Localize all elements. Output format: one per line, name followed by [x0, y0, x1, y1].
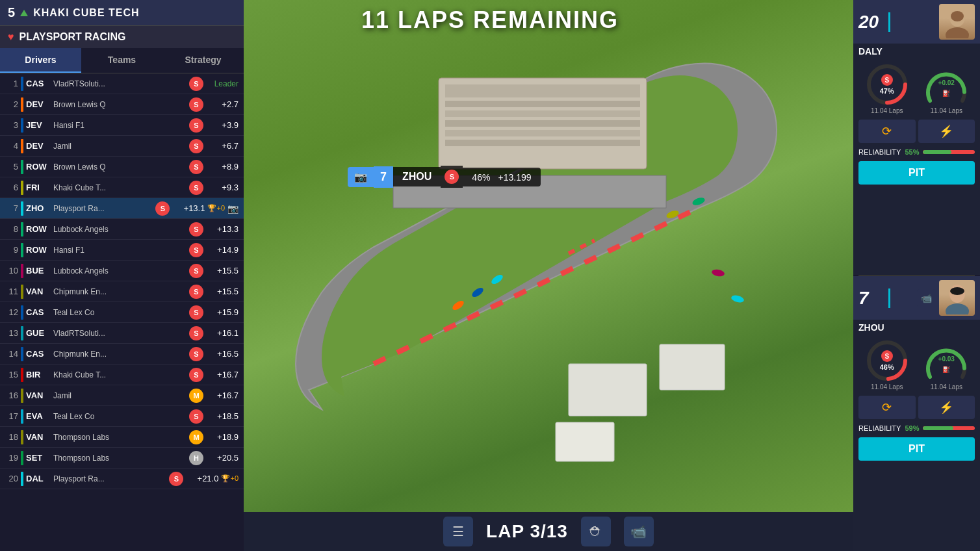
driver1-energy-icon[interactable]: ⚡ [918, 120, 975, 143]
team-name-header: KHAKI CUBE TECH [33, 7, 139, 19]
driver2-card: 7 📹 ZHOU [853, 276, 980, 551]
svg-point-20 [951, 11, 964, 21]
driver-code: ROW [26, 162, 51, 172]
driver2-energy-icon[interactable]: ⚡ [918, 396, 975, 419]
driver1-tyre-laps: 11.04 Laps [871, 107, 903, 114]
team-color-bar [21, 77, 23, 91]
driver-code: CAS [26, 307, 51, 317]
driver1-face [939, 4, 975, 40]
tyre-badge: S [189, 97, 203, 112]
position-number: 8 [5, 224, 18, 234]
table-row[interactable]: 6 FRI Khaki Cube T... S +9.3 [0, 177, 244, 198]
driver1-speed-icon[interactable]: ⟳ [858, 120, 916, 143]
gap-text: Leader [206, 79, 239, 88]
table-row[interactable]: 3 JEV Hansi F1 S +3.9 [0, 115, 244, 136]
table-row[interactable]: 9 ROW Hansi F1 S +14.9 [0, 240, 244, 261]
gap-text: +9.3 [206, 183, 239, 192]
gap-text: +16.1 [206, 328, 239, 338]
driver1-card: 20 DALY [853, 0, 980, 275]
camera-button[interactable]: 📹 [624, 517, 654, 546]
driver1-rel-pct: 55% [905, 148, 919, 156]
driver2-speed-icon[interactable]: ⟳ [858, 396, 916, 419]
table-row[interactable]: 1 CAS VladRTSoluti... S Leader [0, 73, 244, 94]
driver-code: CAS [26, 349, 51, 359]
driver1-fuel-laps: 11.04 Laps [931, 107, 963, 114]
driver-code: ROW [26, 245, 51, 255]
table-row[interactable]: 19 SET Thompson Labs H +20.5 [0, 448, 244, 468]
table-row[interactable]: 17 EVA Teal Lex Co S +18.5 [0, 406, 244, 427]
driver-team: Chipmunk En... [53, 287, 187, 296]
menu-button[interactable]: ☰ [443, 517, 473, 546]
driver-team: Thompson Labs [53, 433, 187, 442]
driver-code: JEV [26, 120, 51, 130]
driver2-pit-button[interactable]: PIT [858, 437, 975, 461]
driver-team: Lubbock Angels [53, 266, 187, 276]
gap-text: +15.5 [206, 287, 239, 296]
team-header: 5 KHAKI CUBE TECH [0, 0, 244, 26]
table-row[interactable]: 11 VAN Chipmunk En... S +15.5 [0, 281, 244, 302]
trophy-badge: 🏆+0 [221, 474, 239, 483]
svg-point-25 [946, 303, 969, 314]
driver2-tyre-laps: 11.04 Laps [871, 383, 903, 391]
table-row[interactable]: 10 BUE Lubbock Angels S +15.5 [0, 261, 244, 281]
playsport-header: ♥ PLAYSPORT RACING [0, 26, 244, 48]
tyre-badge: H [189, 451, 203, 465]
gap-text: +16.5 [206, 349, 239, 359]
driver1-number: 20 [858, 12, 884, 32]
driver-code: VAN [26, 432, 51, 442]
driver2-rel-bar [923, 426, 975, 430]
driver1-controls: ⟳ ⚡ [853, 117, 980, 146]
driver-team: Brown Lewis Q [53, 162, 187, 172]
driver-team: Khaki Cube T... [53, 370, 187, 379]
position-number: 2 [5, 99, 18, 109]
driver-code: DAL [26, 474, 51, 483]
tab-strategy[interactable]: Strategy [162, 48, 244, 73]
table-row[interactable]: 4 DEV Jamil S +6.7 [0, 136, 244, 157]
driver-team: Playsport Ra... [53, 204, 153, 213]
gap-text: +3.9 [206, 120, 239, 130]
table-row[interactable]: 15 BIR Khaki Cube T... S +16.7 [0, 365, 244, 385]
tyre-badge: S [189, 139, 203, 153]
table-row[interactable]: 20 DAL Playsport Ra... S +21.0 🏆+0 [0, 468, 244, 489]
team-color-bar [21, 264, 23, 278]
tab-teams[interactable]: Teams [81, 48, 162, 73]
lap-counter: LAP 3/13 [486, 521, 568, 542]
standings-list: 1 CAS VladRTSoluti... S Leader 2 DEV Bro… [0, 73, 244, 551]
driver1-metrics: S 47% 11.04 Laps ⛽ +0.02 [853, 59, 980, 117]
table-row[interactable]: 16 VAN Jamil M +16.7 [0, 385, 244, 406]
track-background: 📷 7 ZHOU S 46% +13.199 [244, 0, 853, 512]
right-panel: 20 DALY [853, 0, 980, 551]
driver1-pit-button[interactable]: PIT [858, 161, 975, 185]
table-row[interactable]: 7 ZHO Playsport Ra... S +13.1 🏆+0📷 [0, 198, 244, 219]
position-number: 3 [5, 120, 18, 130]
table-row[interactable]: 5 ROW Brown Lewis Q S +8.9 [0, 157, 244, 177]
svg-text:⛽: ⛽ [942, 89, 951, 97]
tab-drivers[interactable]: Drivers [0, 48, 81, 73]
driver-team: Jamil [53, 142, 187, 151]
menu-icon: ☰ [452, 524, 464, 539]
left-panel: 5 KHAKI CUBE TECH ♥ PLAYSPORT RACING Dri… [0, 0, 244, 551]
driver2-reliability: RELIABILITY 59% [853, 422, 980, 435]
trend-up-icon [20, 10, 28, 16]
table-row[interactable]: 13 GUE VladRTSoluti... S +16.1 [0, 323, 244, 344]
driver-team: Teal Lex Co [53, 412, 187, 421]
driver1-reliability: RELIABILITY 55% [853, 146, 980, 159]
driver-team: Hansi F1 [53, 246, 187, 255]
table-row[interactable]: 2 DEV Brown Lewis Q S +2.7 [0, 94, 244, 115]
tyre-badge: M [189, 430, 203, 444]
tyre-badge: S [189, 264, 203, 278]
playsport-name: PLAYSPORT RACING [19, 31, 126, 43]
helmet-icon: ⛑ [589, 524, 602, 539]
tyre-badge: S [155, 201, 170, 216]
gap-text: +16.7 [206, 370, 239, 379]
table-row[interactable]: 12 CAS Teal Lex Co S +15.9 [0, 302, 244, 323]
position-number: 9 [5, 245, 18, 255]
table-row[interactable]: 14 CAS Chipmunk En... S +16.5 [0, 344, 244, 365]
table-row[interactable]: 18 VAN Thompson Labs M +18.9 [0, 427, 244, 448]
table-row[interactable]: 8 ROW Lubbock Angels S +13.3 [0, 219, 244, 240]
team-color-bar [21, 285, 23, 299]
position-number: 12 [5, 307, 18, 317]
gap-text: +21.0 [186, 474, 218, 483]
driver2-name: ZHOU [853, 320, 980, 335]
helmet-button[interactable]: ⛑ [581, 517, 611, 546]
